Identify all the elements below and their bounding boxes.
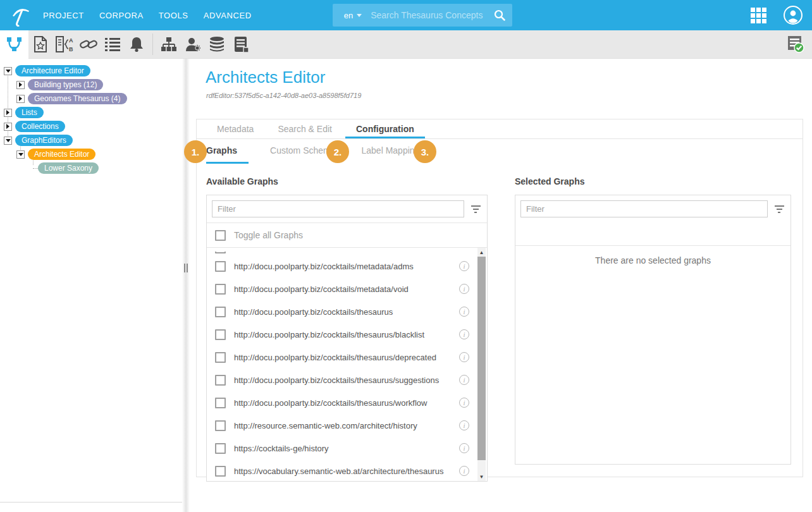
- sidebar-splitter[interactable]: [182, 59, 190, 512]
- tree-node-label[interactable]: Building types (12): [28, 79, 103, 90]
- tree-node-label[interactable]: Architects Editor: [28, 149, 95, 160]
- link-icon[interactable]: [77, 30, 101, 59]
- tree-connector: [33, 168, 38, 169]
- graph-checkbox[interactable]: [215, 284, 226, 295]
- graph-uri: http://docu.poolparty.biz/cocktails/thes…: [234, 330, 424, 339]
- info-icon[interactable]: i: [459, 307, 469, 317]
- graph-checkbox[interactable]: [215, 398, 226, 408]
- tree-toggle-expanded-icon[interactable]: [16, 150, 25, 159]
- info-icon[interactable]: i: [459, 352, 469, 362]
- tab-search-edit[interactable]: Search & Edit: [267, 119, 343, 138]
- tree-toggle-collapsed-icon[interactable]: [16, 81, 25, 89]
- info-icon[interactable]: i: [459, 375, 469, 385]
- list-scrollbar[interactable]: ▲ ▼: [477, 248, 486, 481]
- info-icon[interactable]: i: [459, 420, 469, 430]
- graph-row: https://vocabulary.semantic-web.at/archi…: [207, 460, 487, 481]
- toolbar-divider: [152, 34, 153, 55]
- classification-icon[interactable]: A B: [52, 30, 77, 59]
- tree-item-building-types: Building types (12): [0, 78, 182, 92]
- page-subtitle-uri: rdfEditor:537f5d5c-a142-40d8-ae03-a8598f…: [190, 87, 812, 99]
- menu-item-corpora[interactable]: CORPORA: [98, 7, 145, 24]
- chevron-down-icon[interactable]: [357, 14, 362, 17]
- language-select[interactable]: en: [339, 11, 357, 20]
- graph-checkbox[interactable]: [215, 352, 226, 363]
- apps-grid-icon[interactable]: [751, 8, 766, 23]
- graph-row: http://resource.semantic-web.com/archite…: [207, 414, 487, 437]
- database-icon[interactable]: [205, 30, 229, 59]
- tree-toggle-collapsed-icon[interactable]: [4, 109, 12, 117]
- tree-item-geonames-thesaurus: Geonames Thesaurus (4): [0, 92, 182, 106]
- status-check-icon[interactable]: [787, 35, 804, 53]
- user-avatar-icon[interactable]: [783, 5, 803, 25]
- scroll-up-icon[interactable]: ▲: [477, 248, 486, 257]
- tree-toggle-collapsed-icon[interactable]: [16, 95, 25, 103]
- graph-uri: http://docu.poolparty.biz/cocktails/meta…: [234, 262, 414, 271]
- graph-uri: http://docu.poolparty.biz/cocktails/meta…: [234, 284, 409, 294]
- search-icon[interactable]: [493, 9, 506, 21]
- menu-item-advanced[interactable]: ADVANCED: [202, 7, 253, 24]
- notifications-bell-icon[interactable]: [125, 30, 149, 59]
- toggle-all-checkbox[interactable]: [215, 230, 226, 241]
- info-icon[interactable]: i: [459, 261, 469, 271]
- selected-graphs-title: Selected Graphs: [515, 176, 791, 186]
- tree-toggle-expanded-icon[interactable]: [4, 137, 12, 145]
- scroll-down-icon[interactable]: ▼: [477, 472, 486, 481]
- menu-item-project[interactable]: PROJECT: [42, 7, 85, 24]
- tree-item-grapheditors: GraphEditors: [0, 133, 182, 147]
- graph-row: http://docu.poolparty.biz/cocktails/thes…: [207, 391, 487, 414]
- graph-checkbox[interactable]: [215, 307, 226, 317]
- tab-configuration[interactable]: Configuration: [345, 119, 425, 138]
- repository-icon[interactable]: [229, 30, 253, 59]
- toggle-all-row: Toggle all Graphs: [207, 222, 487, 247]
- sitemap-icon[interactable]: [157, 30, 181, 59]
- selected-filter-input[interactable]: [520, 200, 768, 217]
- graph-row: https://cocktails-ge/history i: [207, 437, 487, 460]
- concept-search-box: en: [333, 4, 512, 27]
- subtab-graphs[interactable]: Graphs: [206, 139, 249, 164]
- tree-node-label[interactable]: Architecture Editor: [15, 65, 90, 76]
- tree-toggle-collapsed-icon[interactable]: [4, 123, 12, 131]
- info-icon[interactable]: i: [459, 398, 469, 408]
- info-icon[interactable]: i: [459, 284, 469, 294]
- document-star-icon[interactable]: [28, 30, 52, 59]
- graph-uri: https://cocktails-ge/history: [234, 444, 329, 453]
- graph-checkbox[interactable]: [215, 329, 226, 340]
- list-icon[interactable]: [101, 30, 125, 59]
- tree-node-label[interactable]: Lists: [15, 107, 44, 118]
- app-window: PROJECT CORPORA TOOLS ADVANCED en: [0, 0, 812, 512]
- available-filter-input[interactable]: [212, 200, 464, 217]
- selected-graphs-panel: Selected Graphs There are no selected gr…: [515, 176, 791, 482]
- graph-checkbox[interactable]: [215, 375, 226, 386]
- filter-icon[interactable]: [768, 205, 790, 213]
- tree-node-label[interactable]: Collections: [15, 121, 65, 132]
- graph-checkbox[interactable]: [215, 443, 226, 454]
- info-icon[interactable]: i: [459, 466, 469, 476]
- tab-metadata[interactable]: Metadata: [206, 119, 264, 138]
- svg-text:B: B: [69, 46, 73, 52]
- poolparty-logo-icon[interactable]: [0, 4, 42, 27]
- tree-item-lower-saxony: Lower Saxony: [0, 161, 182, 175]
- concept-tree-icon[interactable]: [0, 30, 28, 59]
- main-menu: PROJECT CORPORA TOOLS ADVANCED: [42, 7, 253, 24]
- graph-checkbox[interactable]: [215, 466, 226, 477]
- splitter-grip-icon[interactable]: [184, 264, 188, 272]
- graph-uri: http://docu.poolparty.biz/cocktails/thes…: [234, 375, 439, 385]
- available-graphs-title: Available Graphs: [206, 176, 488, 186]
- user-settings-icon[interactable]: [181, 30, 205, 59]
- filter-icon[interactable]: [464, 205, 487, 213]
- search-input[interactable]: [371, 10, 493, 20]
- info-icon[interactable]: i: [459, 329, 469, 339]
- graph-uri: http://docu.poolparty.biz/cocktails/thes…: [234, 353, 436, 362]
- scroll-thumb[interactable]: [477, 257, 486, 460]
- graph-row: http://docu.poolparty.biz/cocktails/thes…: [207, 369, 487, 391]
- info-icon[interactable]: i: [459, 443, 469, 453]
- tab-bar: Metadata Search & Edit Configuration: [197, 119, 803, 139]
- tree-node-label[interactable]: Lower Saxony: [38, 162, 99, 174]
- tree-node-label[interactable]: Geonames Thesaurus (4): [28, 93, 127, 104]
- tree-node-label[interactable]: GraphEditors: [15, 135, 73, 146]
- graph-row: http://docu.poolparty.biz/cocktails/meta…: [207, 255, 487, 277]
- graph-checkbox[interactable]: [215, 420, 226, 431]
- menu-item-tools[interactable]: TOOLS: [157, 7, 190, 24]
- graph-checkbox[interactable]: [215, 261, 226, 272]
- tree-toggle-expanded-icon[interactable]: [4, 67, 12, 75]
